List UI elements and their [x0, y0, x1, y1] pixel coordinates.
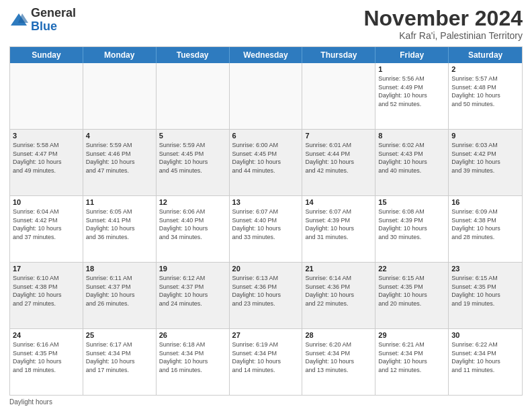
page: General Blue November 2024 Kafr Ra'i, Pa… — [0, 0, 532, 411]
main-title: November 2024 — [363, 7, 523, 30]
title-area: November 2024 Kafr Ra'i, Palestinian Ter… — [363, 7, 523, 41]
day-info: Sunrise: 5:56 AM Sunset: 4:49 PM Dayligh… — [378, 75, 445, 108]
calendar-cell: 7Sunrise: 6:01 AM Sunset: 4:44 PM Daylig… — [302, 130, 375, 195]
day-info: Sunrise: 6:04 AM Sunset: 4:42 PM Dayligh… — [13, 208, 80, 241]
calendar-cell: 18Sunrise: 6:11 AM Sunset: 4:37 PM Dayli… — [83, 263, 157, 328]
day-of-week-header: Friday — [375, 47, 449, 63]
header: General Blue November 2024 Kafr Ra'i, Pa… — [9, 7, 523, 41]
calendar-cell: 2Sunrise: 5:57 AM Sunset: 4:48 PM Daylig… — [449, 63, 522, 129]
day-info: Sunrise: 6:11 AM Sunset: 4:37 PM Dayligh… — [86, 274, 153, 308]
day-number: 13 — [232, 198, 300, 206]
day-info: Sunrise: 6:13 AM Sunset: 4:36 PM Dayligh… — [232, 274, 300, 308]
logo-icon — [9, 11, 28, 30]
day-info: Sunrise: 6:07 AM Sunset: 4:40 PM Dayligh… — [232, 208, 300, 241]
calendar-body: 1Sunrise: 5:56 AM Sunset: 4:49 PM Daylig… — [10, 63, 522, 395]
day-number: 12 — [159, 198, 226, 206]
calendar-cell — [83, 63, 157, 129]
calendar-cell: 30Sunrise: 6:22 AM Sunset: 4:34 PM Dayli… — [449, 329, 522, 395]
day-info: Sunrise: 6:19 AM Sunset: 4:34 PM Dayligh… — [232, 340, 300, 374]
calendar-cell: 8Sunrise: 6:02 AM Sunset: 4:43 PM Daylig… — [375, 130, 449, 195]
day-of-week-header: Monday — [83, 47, 157, 63]
day-info: Sunrise: 6:08 AM Sunset: 4:39 PM Dayligh… — [378, 208, 445, 241]
calendar-cell: 9Sunrise: 6:03 AM Sunset: 4:42 PM Daylig… — [449, 130, 522, 195]
day-info: Sunrise: 6:05 AM Sunset: 4:41 PM Dayligh… — [86, 208, 153, 241]
day-number: 2 — [451, 65, 519, 73]
calendar-cell — [10, 63, 83, 129]
day-info: Sunrise: 5:59 AM Sunset: 4:46 PM Dayligh… — [86, 141, 153, 175]
calendar-cell: 15Sunrise: 6:08 AM Sunset: 4:39 PM Dayli… — [375, 196, 449, 262]
day-number: 30 — [451, 331, 519, 339]
day-number: 28 — [305, 331, 372, 339]
day-number: 11 — [86, 198, 153, 206]
day-number: 15 — [378, 198, 445, 206]
day-of-week-header: Saturday — [449, 47, 522, 63]
calendar-cell: 4Sunrise: 5:59 AM Sunset: 4:46 PM Daylig… — [83, 130, 157, 195]
day-info: Sunrise: 6:15 AM Sunset: 4:35 PM Dayligh… — [378, 274, 445, 308]
day-number: 14 — [305, 198, 372, 206]
calendar-cell: 17Sunrise: 6:10 AM Sunset: 4:38 PM Dayli… — [10, 263, 83, 328]
calendar-header: SundayMondayTuesdayWednesdayThursdayFrid… — [10, 47, 522, 63]
day-of-week-header: Thursday — [302, 47, 375, 63]
day-info: Sunrise: 6:06 AM Sunset: 4:40 PM Dayligh… — [159, 208, 226, 241]
day-number: 10 — [13, 198, 80, 206]
calendar-cell — [157, 63, 230, 129]
day-number: 19 — [159, 265, 226, 273]
calendar-week: 10Sunrise: 6:04 AM Sunset: 4:42 PM Dayli… — [10, 196, 522, 263]
day-number: 27 — [232, 331, 300, 339]
calendar-week: 3Sunrise: 5:58 AM Sunset: 4:47 PM Daylig… — [10, 130, 522, 196]
calendar-cell: 3Sunrise: 5:58 AM Sunset: 4:47 PM Daylig… — [10, 130, 83, 195]
day-info: Sunrise: 6:17 AM Sunset: 4:34 PM Dayligh… — [86, 340, 153, 374]
calendar: SundayMondayTuesdayWednesdayThursdayFrid… — [9, 46, 523, 396]
day-info: Sunrise: 6:02 AM Sunset: 4:43 PM Dayligh… — [378, 141, 445, 175]
day-of-week-header: Sunday — [10, 47, 83, 63]
logo: General Blue — [9, 7, 76, 34]
day-info: Sunrise: 6:15 AM Sunset: 4:35 PM Dayligh… — [451, 274, 519, 308]
subtitle: Kafr Ra'i, Palestinian Territory — [363, 30, 523, 41]
calendar-cell: 22Sunrise: 6:15 AM Sunset: 4:35 PM Dayli… — [375, 263, 449, 328]
day-info: Sunrise: 6:18 AM Sunset: 4:34 PM Dayligh… — [159, 340, 226, 374]
logo-text: General Blue — [31, 7, 76, 34]
day-info: Sunrise: 6:20 AM Sunset: 4:34 PM Dayligh… — [305, 340, 372, 374]
day-number: 9 — [451, 132, 519, 140]
calendar-cell — [302, 63, 375, 129]
day-info: Sunrise: 5:58 AM Sunset: 4:47 PM Dayligh… — [13, 141, 80, 175]
day-info: Sunrise: 6:01 AM Sunset: 4:44 PM Dayligh… — [305, 141, 372, 175]
day-info: Sunrise: 6:00 AM Sunset: 4:45 PM Dayligh… — [232, 141, 300, 175]
day-number: 21 — [305, 265, 372, 273]
day-info: Sunrise: 6:21 AM Sunset: 4:34 PM Dayligh… — [378, 340, 445, 374]
day-info: Sunrise: 6:12 AM Sunset: 4:37 PM Dayligh… — [159, 274, 226, 308]
day-number: 20 — [232, 265, 300, 273]
calendar-cell — [230, 63, 303, 129]
day-number: 23 — [451, 265, 519, 273]
day-number: 29 — [378, 331, 445, 339]
calendar-cell: 29Sunrise: 6:21 AM Sunset: 4:34 PM Dayli… — [375, 329, 449, 395]
day-number: 16 — [451, 198, 519, 206]
calendar-cell: 12Sunrise: 6:06 AM Sunset: 4:40 PM Dayli… — [157, 196, 230, 262]
day-number: 4 — [86, 132, 153, 140]
calendar-cell: 26Sunrise: 6:18 AM Sunset: 4:34 PM Dayli… — [157, 329, 230, 395]
day-number: 25 — [86, 331, 153, 339]
calendar-cell: 28Sunrise: 6:20 AM Sunset: 4:34 PM Dayli… — [302, 329, 375, 395]
calendar-cell: 10Sunrise: 6:04 AM Sunset: 4:42 PM Dayli… — [10, 196, 83, 262]
day-info: Sunrise: 6:10 AM Sunset: 4:38 PM Dayligh… — [13, 274, 80, 308]
calendar-week: 1Sunrise: 5:56 AM Sunset: 4:49 PM Daylig… — [10, 63, 522, 130]
logo-general-text: General — [31, 7, 76, 20]
calendar-cell: 14Sunrise: 6:07 AM Sunset: 4:39 PM Dayli… — [302, 196, 375, 262]
logo-blue-text: Blue — [31, 20, 76, 34]
calendar-week: 24Sunrise: 6:16 AM Sunset: 4:35 PM Dayli… — [10, 329, 522, 395]
day-number: 7 — [305, 132, 372, 140]
calendar-cell: 13Sunrise: 6:07 AM Sunset: 4:40 PM Dayli… — [230, 196, 303, 262]
calendar-cell: 20Sunrise: 6:13 AM Sunset: 4:36 PM Dayli… — [230, 263, 303, 328]
day-number: 24 — [13, 331, 80, 339]
day-number: 18 — [86, 265, 153, 273]
day-info: Sunrise: 6:09 AM Sunset: 4:38 PM Dayligh… — [451, 208, 519, 241]
day-info: Sunrise: 6:03 AM Sunset: 4:42 PM Dayligh… — [451, 141, 519, 175]
day-number: 22 — [378, 265, 445, 273]
calendar-cell: 16Sunrise: 6:09 AM Sunset: 4:38 PM Dayli… — [449, 196, 522, 262]
day-of-week-header: Wednesday — [230, 47, 303, 63]
calendar-cell: 19Sunrise: 6:12 AM Sunset: 4:37 PM Dayli… — [157, 263, 230, 328]
calendar-cell: 21Sunrise: 6:14 AM Sunset: 4:36 PM Dayli… — [302, 263, 375, 328]
day-number: 17 — [13, 265, 80, 273]
day-info: Sunrise: 6:22 AM Sunset: 4:34 PM Dayligh… — [451, 340, 519, 374]
calendar-cell: 1Sunrise: 5:56 AM Sunset: 4:49 PM Daylig… — [375, 63, 449, 129]
